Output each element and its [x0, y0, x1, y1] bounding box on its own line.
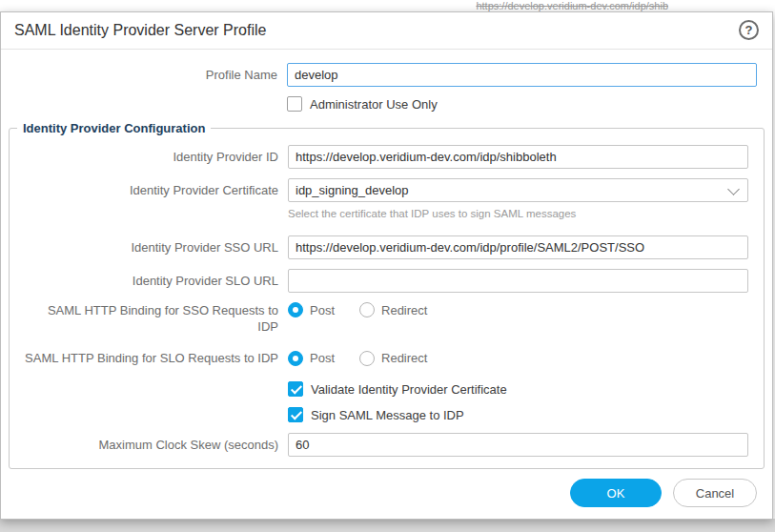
chevron-down-icon: [727, 183, 740, 195]
sso-binding-radio-redirect[interactable]: Redirect: [359, 302, 427, 317]
dialog-body: Profile Name Administrator Use Only Iden…: [1, 50, 772, 479]
slo-binding-radio-redirect[interactable]: Redirect: [359, 351, 427, 366]
idp-cert-label: Identity Provider Certificate: [10, 182, 288, 198]
validate-cert-checkbox-option[interactable]: Validate Identity Provider Certificate: [288, 381, 507, 397]
dialog-footer: OK Cancel: [1, 479, 772, 524]
admin-only-row: Administrator Use Only: [1, 96, 772, 112]
admin-only-field: Administrator Use Only: [287, 96, 757, 112]
idp-cert-select[interactable]: idp_signing_develop: [288, 178, 748, 202]
sso-url-input[interactable]: [288, 235, 748, 259]
idp-cert-row: Identity Provider Certificate idp_signin…: [10, 178, 764, 202]
help-icon[interactable]: ?: [739, 20, 759, 40]
dialog-header: SAML Identity Provider Server Profile ?: [1, 12, 772, 50]
radio-selected-icon: [288, 302, 303, 317]
profile-name-field-wrap: [287, 63, 757, 87]
sso-binding-radio-group: Post Redirect: [288, 302, 427, 317]
checkbox-checked-icon: [288, 381, 303, 397]
radio-unselected-icon: [359, 351, 375, 366]
sign-saml-field: Sign SAML Message to IDP: [288, 407, 748, 422]
slo-url-field-wrap: [288, 269, 748, 293]
sign-saml-option-label: Sign SAML Message to IDP: [311, 408, 464, 422]
sso-url-field-wrap: [288, 235, 748, 259]
idp-id-input[interactable]: [288, 145, 748, 169]
ok-button[interactable]: OK: [570, 479, 662, 507]
admin-only-option-label: Administrator Use Only: [310, 97, 438, 112]
clock-skew-row: Maximum Clock Skew (seconds): [10, 433, 764, 457]
saml-idp-profile-dialog: SAML Identity Provider Server Profile ? …: [0, 11, 773, 520]
sso-binding-field: Post Redirect: [288, 302, 748, 317]
slo-binding-radio-group: Post Redirect: [288, 351, 427, 366]
profile-name-input[interactable]: [287, 63, 757, 87]
idp-cert-help-row: Select the certificate that IDP uses to …: [10, 207, 764, 220]
radio-selected-icon: [288, 351, 303, 366]
clock-skew-label: Maximum Clock Skew (seconds): [10, 437, 288, 453]
validate-cert-row: Validate Identity Provider Certificate: [10, 381, 764, 397]
profile-name-label: Profile Name: [1, 67, 287, 83]
profile-name-row: Profile Name: [1, 63, 772, 87]
dialog-title: SAML Identity Provider Server Profile: [14, 22, 266, 39]
clock-skew-field-wrap: [288, 433, 748, 457]
slo-binding-post-label: Post: [310, 351, 335, 365]
slo-binding-field: Post Redirect: [288, 351, 748, 366]
sign-saml-row: Sign SAML Message to IDP: [10, 407, 764, 422]
slo-binding-label: SAML HTTP Binding for SLO Requests to ID…: [10, 350, 288, 366]
radio-unselected-icon: [359, 302, 375, 317]
sso-binding-redirect-label: Redirect: [381, 303, 427, 317]
cancel-button[interactable]: Cancel: [673, 479, 757, 507]
slo-binding-redirect-label: Redirect: [381, 351, 427, 365]
idp-cert-help-text: Select the certificate that IDP uses to …: [288, 207, 748, 220]
slo-url-input[interactable]: [288, 269, 748, 293]
idp-configuration-group: Identity Provider Configuration Identity…: [9, 121, 765, 469]
clock-skew-input[interactable]: [288, 433, 748, 457]
background-url-text: https://develop.veridium-dev.com/idp/shi…: [476, 0, 668, 11]
sign-saml-checkbox-option[interactable]: Sign SAML Message to IDP: [288, 407, 464, 422]
idp-id-label: Identity Provider ID: [10, 149, 288, 165]
slo-binding-radio-post[interactable]: Post: [288, 351, 335, 366]
sso-binding-row: SAML HTTP Binding for SSO Requests to ID…: [10, 302, 764, 335]
admin-only-checkbox-option[interactable]: Administrator Use Only: [287, 96, 438, 112]
slo-binding-row: SAML HTTP Binding for SLO Requests to ID…: [10, 350, 764, 366]
idp-cert-selected-value: idp_signing_develop: [296, 183, 409, 197]
sso-binding-radio-post[interactable]: Post: [288, 302, 335, 317]
validate-cert-option-label: Validate Identity Provider Certificate: [311, 382, 507, 397]
idp-cert-field-wrap: idp_signing_develop: [288, 178, 748, 202]
idp-id-row: Identity Provider ID: [10, 145, 764, 169]
idp-configuration-legend: Identity Provider Configuration: [17, 121, 211, 135]
sso-url-row: Identity Provider SSO URL: [10, 235, 764, 259]
idp-id-field-wrap: [288, 145, 748, 169]
checkbox-checked-icon: [288, 407, 303, 422]
page-background: https://develop.veridium-dev.com/idp/shi…: [0, 0, 775, 532]
slo-url-label: Identity Provider SLO URL: [10, 273, 288, 289]
sso-binding-label: SAML HTTP Binding for SSO Requests to ID…: [10, 302, 288, 335]
admin-only-checkbox-icon: [287, 96, 302, 112]
sso-url-label: Identity Provider SSO URL: [10, 239, 288, 256]
validate-cert-field: Validate Identity Provider Certificate: [288, 381, 748, 397]
sso-binding-post-label: Post: [310, 303, 335, 317]
slo-url-row: Identity Provider SLO URL: [10, 269, 764, 293]
